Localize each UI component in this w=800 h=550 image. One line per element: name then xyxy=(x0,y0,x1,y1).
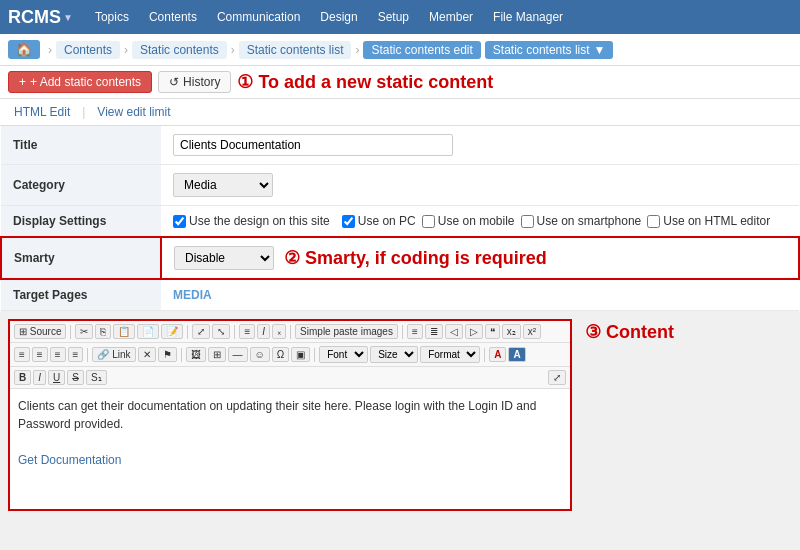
sep5 xyxy=(402,325,403,339)
breadcrumb-static-link[interactable]: Static contents xyxy=(132,41,227,59)
bold-btn[interactable]: B xyxy=(14,370,31,385)
size-select[interactable]: Size xyxy=(370,346,418,363)
display-row: Display Settings Use the design on this … xyxy=(1,206,799,238)
aligncenter-btn[interactable]: ≡ xyxy=(32,347,48,362)
check-design[interactable]: Use the design on this site xyxy=(173,214,330,228)
source-btn[interactable]: ⊞ Source xyxy=(14,324,66,339)
table-btn[interactable]: ⊞ xyxy=(208,347,226,362)
unlink-btn[interactable]: ✕ xyxy=(138,347,156,362)
ul-btn[interactable]: ≣ xyxy=(425,324,443,339)
breadcrumb-contents: › Contents xyxy=(44,41,120,59)
font-select[interactable]: Font xyxy=(319,346,368,363)
category-value-cell: Media General News xyxy=(161,165,799,206)
alignright-btn[interactable]: ≡ xyxy=(50,347,66,362)
nav-communication[interactable]: Communication xyxy=(207,0,310,34)
copy-btn[interactable]: ⎘ xyxy=(95,324,111,339)
fontcolor-btn[interactable]: A xyxy=(489,347,506,362)
sep4 xyxy=(290,325,291,339)
annotation-3-num: ③ xyxy=(585,322,601,342)
nav-topics[interactable]: Topics xyxy=(85,0,139,34)
target-value: MEDIA xyxy=(173,288,212,302)
ol-btn[interactable]: ≡ xyxy=(407,324,423,339)
paste3-btn[interactable]: 📝 xyxy=(161,324,183,339)
hr-btn[interactable]: — xyxy=(228,347,248,362)
target-label: Target Pages xyxy=(1,279,161,311)
target-row: Target Pages MEDIA xyxy=(1,279,799,311)
sub-btn[interactable]: x₂ xyxy=(502,324,521,339)
outdent-btn[interactable]: ◁ xyxy=(445,324,463,339)
sup-btn[interactable]: x² xyxy=(523,324,541,339)
history-icon: ↺ xyxy=(169,75,179,89)
justify-btn[interactable]: ≡ xyxy=(68,347,84,362)
check-html[interactable]: Use on HTML editor xyxy=(647,214,770,228)
logo-text: RCMS xyxy=(8,7,61,28)
underline-btn[interactable]: U xyxy=(48,370,65,385)
link-btn[interactable]: 🔗 Link xyxy=(92,347,135,362)
breadcrumb-static-list-link[interactable]: Static contents list xyxy=(239,41,352,59)
sep3 xyxy=(234,325,235,339)
breadcrumb-static-edit-link[interactable]: Static contents edit xyxy=(363,41,480,59)
anchor-btn[interactable]: ⚑ xyxy=(158,347,177,362)
nav-file-manager[interactable]: File Manager xyxy=(483,0,573,34)
check-smartphone[interactable]: Use on smartphone xyxy=(521,214,642,228)
breadcrumb-static-list-dropdown[interactable]: Static contents list ▼ xyxy=(485,41,614,59)
annotation-2: ② Smarty, if coding is required xyxy=(284,247,547,269)
shrink-btn[interactable]: ⤡ xyxy=(212,324,230,339)
editor-link[interactable]: Get Documentation xyxy=(18,453,121,467)
emoji-btn[interactable]: ☺ xyxy=(250,347,270,362)
add-icon: + xyxy=(19,75,26,89)
view-limit-link[interactable]: View edit limit xyxy=(91,103,176,121)
page-wrapper: RCMS ▼ Topics Contents Communication Des… xyxy=(0,0,800,519)
title-row: Title xyxy=(1,126,799,165)
html-edit-link[interactable]: HTML Edit xyxy=(8,103,76,121)
nav-member[interactable]: Member xyxy=(419,0,483,34)
cut-btn[interactable]: ✂ xyxy=(75,324,93,339)
target-value-cell: MEDIA xyxy=(161,279,799,311)
spec-btn[interactable]: Ω xyxy=(272,347,289,362)
nav-design[interactable]: Design xyxy=(310,0,367,34)
format-select[interactable]: Format xyxy=(420,346,480,363)
paste-btn[interactable]: 📋 xyxy=(113,324,135,339)
form-table: Title Category Media General News Displa… xyxy=(0,126,800,311)
editor-toolbar-row1: ⊞ Source ✂ ⎘ 📋 📄 📝 ⤢ ⤡ ≡ I ₓ xyxy=(10,321,570,343)
strike-btn[interactable]: S xyxy=(67,370,84,385)
removeformat-btn[interactable]: ₓ xyxy=(272,324,286,339)
display-checkboxes: Use the design on this site Use on PC Us… xyxy=(173,214,787,228)
editor-paragraph: Clients can get their documentation on u… xyxy=(18,397,562,433)
history-label: History xyxy=(183,75,220,89)
check-mobile[interactable]: Use on mobile xyxy=(422,214,515,228)
simpleimg-btn[interactable]: Simple paste images xyxy=(295,324,398,339)
logo[interactable]: RCMS ▼ xyxy=(8,7,73,28)
quote-btn[interactable]: ❝ xyxy=(485,324,500,339)
italic-format-btn[interactable]: I xyxy=(257,324,270,339)
logo-dropdown-icon[interactable]: ▼ xyxy=(63,12,73,23)
image-btn[interactable]: 🖼 xyxy=(186,347,206,362)
paste2-btn[interactable]: 📄 xyxy=(137,324,159,339)
annotation-1-num: ① xyxy=(237,72,253,92)
expand-btn[interactable]: ⤢ xyxy=(192,324,210,339)
action-bar: + + Add static contents ↺ History ① To a… xyxy=(0,66,800,99)
iframe-btn[interactable]: ▣ xyxy=(291,347,310,362)
nav-contents[interactable]: Contents xyxy=(139,0,207,34)
breadcrumb-contents-link[interactable]: Contents xyxy=(56,41,120,59)
breadcrumb-home[interactable]: 🏠 xyxy=(8,40,40,59)
history-button[interactable]: ↺ History xyxy=(158,71,231,93)
category-select[interactable]: Media General News xyxy=(173,173,273,197)
indent-btn[interactable]: ▷ xyxy=(465,324,483,339)
alignleft-btn[interactable]: ≡ xyxy=(14,347,30,362)
edit-toolbar: HTML Edit | View edit limit xyxy=(0,99,800,126)
nav-setup[interactable]: Setup xyxy=(368,0,419,34)
top-nav: RCMS ▼ Topics Contents Communication Des… xyxy=(0,0,800,34)
check-pc[interactable]: Use on PC xyxy=(342,214,416,228)
sep7 xyxy=(181,348,182,362)
align-btn[interactable]: ≡ xyxy=(239,324,255,339)
special2-btn[interactable]: S₁ xyxy=(86,370,107,385)
editor-content[interactable]: Clients can get their documentation on u… xyxy=(10,389,570,509)
bgcolor-btn[interactable]: A xyxy=(508,347,525,362)
add-static-button[interactable]: + + Add static contents xyxy=(8,71,152,93)
editor-toolbar-row2: ≡ ≡ ≡ ≡ 🔗 Link ✕ ⚑ 🖼 ⊞ — ☺ Ω xyxy=(10,343,570,367)
italic-btn[interactable]: I xyxy=(33,370,46,385)
title-input[interactable] xyxy=(173,134,453,156)
maximize-btn[interactable]: ⤢ xyxy=(548,370,566,385)
smarty-select[interactable]: Disable Enable xyxy=(174,246,274,270)
